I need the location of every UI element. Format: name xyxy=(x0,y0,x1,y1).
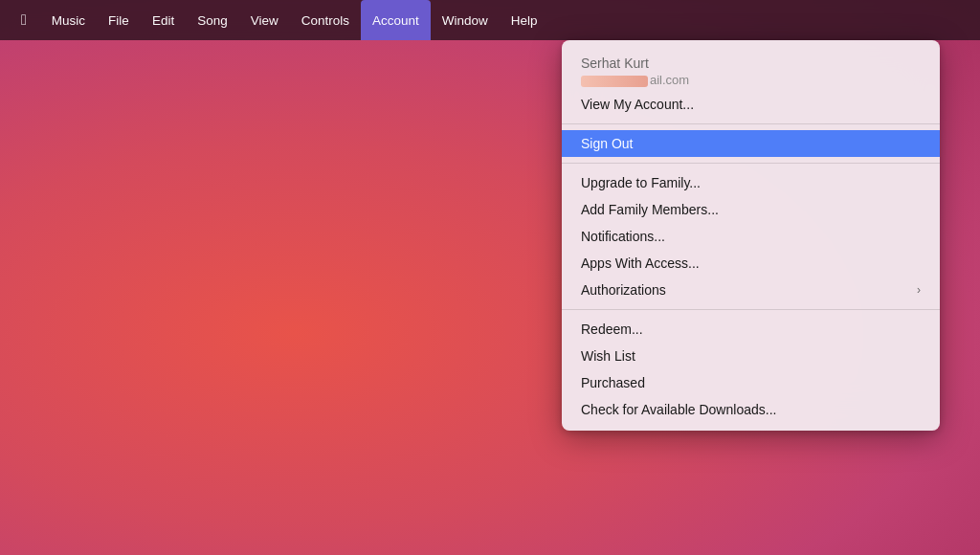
email-blur xyxy=(581,76,648,87)
dropdown-item-notifications[interactable]: Notifications... xyxy=(562,223,940,250)
dropdown-username: Serhat Kurt xyxy=(581,56,921,71)
dropdown-item-check-downloads[interactable]: Check for Available Downloads... xyxy=(562,396,940,423)
dropdown-item-apps-access[interactable]: Apps With Access... xyxy=(562,250,940,277)
menubar-item-controls[interactable]: Controls xyxy=(290,0,361,40)
menubar-item-window[interactable]: Window xyxy=(431,0,500,40)
chevron-right-icon: › xyxy=(917,283,921,297)
menubar-item-song[interactable]: Song xyxy=(186,0,239,40)
menubar-item-edit[interactable]: Edit xyxy=(141,0,186,40)
dropdown-item-view-account[interactable]: View My Account... xyxy=(562,91,940,118)
dropdown-item-redeem[interactable]: Redeem... xyxy=(562,316,940,343)
dropdown-item-wish-list[interactable]: Wish List xyxy=(562,343,940,369)
dropdown-item-purchased[interactable]: Purchased xyxy=(562,369,940,396)
dropdown-user-header: Serhat Kurt ail.com xyxy=(562,48,940,91)
menubar-item-help[interactable]: Help xyxy=(500,0,549,40)
menubar-item-account[interactable]: Account xyxy=(361,0,431,40)
menubar-item-music[interactable]: Music xyxy=(40,0,97,40)
dropdown-separator-3 xyxy=(562,309,940,310)
dropdown-email: ail.com xyxy=(581,73,921,87)
apple-menu-item[interactable]:  xyxy=(8,0,40,40)
dropdown-separator-2 xyxy=(562,163,940,164)
menubar-item-file[interactable]: File xyxy=(97,0,141,40)
dropdown-item-sign-out[interactable]: Sign Out xyxy=(562,130,940,157)
menubar:  Music File Edit Song View Controls Acc… xyxy=(0,0,980,40)
account-dropdown: Serhat Kurt ail.com View My Account... S… xyxy=(562,40,940,431)
menubar-item-view[interactable]: View xyxy=(239,0,290,40)
dropdown-item-upgrade-family[interactable]: Upgrade to Family... xyxy=(562,169,940,196)
dropdown-item-authorizations[interactable]: Authorizations › xyxy=(562,277,940,303)
dropdown-item-add-family[interactable]: Add Family Members... xyxy=(562,196,940,223)
dropdown-separator-1 xyxy=(562,123,940,124)
